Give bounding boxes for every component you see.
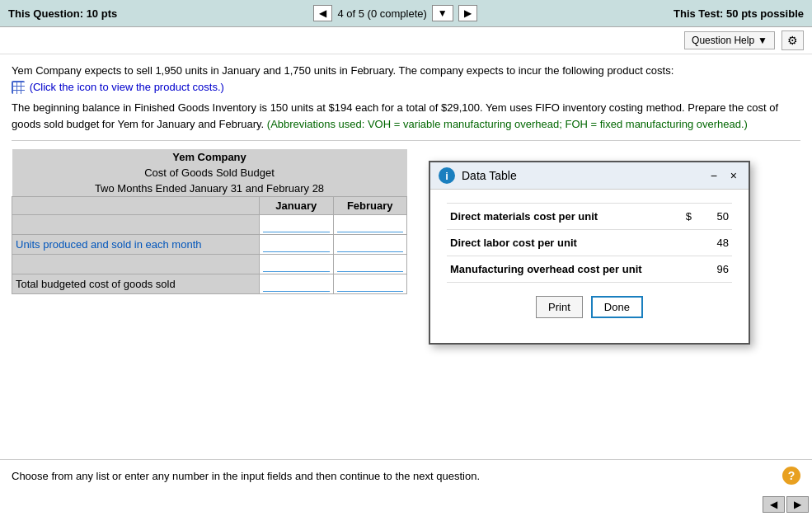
data-row-value-2: 96: [693, 256, 732, 283]
question-help-label: Question Help: [692, 35, 754, 46]
data-row-dollar-1: [680, 230, 693, 256]
budget-table-area: Yem Company Cost of Goods Sold Budget Tw…: [12, 149, 407, 294]
toolbar: Question Help ▼ ⚙: [0, 27, 812, 54]
main-content: Yem Company expects to sell 1,950 units …: [0, 54, 812, 303]
units-feb-cell: [333, 235, 407, 255]
help-icon[interactable]: ?: [782, 467, 800, 485]
col-label-header: [12, 197, 260, 215]
table-row: Units produced and sold in each month: [12, 235, 407, 255]
units-label: Units produced and sold in each month: [12, 235, 260, 255]
row-1-feb-cell: [333, 215, 407, 235]
prev-question-button[interactable]: ◀: [313, 5, 332, 21]
row-1-label: [12, 215, 260, 235]
data-table-modal: i Data Table − × Direct materials cost p…: [429, 161, 750, 345]
modal-body: Direct materials cost per unit $ 50 Dire…: [430, 190, 749, 343]
table-row: [12, 255, 407, 274]
test-pts: 50 pts possible: [726, 7, 804, 20]
chevron-down-icon: ▼: [758, 35, 767, 46]
done-button[interactable]: Done: [591, 296, 643, 318]
close-button[interactable]: ×: [727, 170, 740, 181]
test-label: This Test:: [674, 7, 723, 20]
info-icon: i: [439, 167, 455, 184]
click-icon-link[interactable]: (Click the icon to view the product cost…: [30, 81, 224, 93]
intro-paragraph-1: Yem Company expects to sell 1,950 units …: [12, 63, 800, 95]
row-1-jan-cell: [260, 215, 334, 235]
row-1-feb-input[interactable]: [337, 217, 404, 232]
data-row-value-0: 50: [693, 204, 732, 230]
footer-text: Choose from any list or enter any number…: [12, 470, 480, 482]
question-help-button[interactable]: Question Help ▼: [684, 31, 775, 49]
modal-header-left: i Data Table: [439, 167, 517, 184]
table-row: Direct materials cost per unit $ 50: [447, 204, 732, 230]
footer: Choose from any list or enter any number…: [0, 459, 812, 491]
budget-period: Two Months Ended January 31 and February…: [12, 181, 407, 197]
data-row-label-0: Direct materials cost per unit: [447, 204, 680, 230]
table-row: Direct labor cost per unit 48: [447, 230, 732, 256]
modal-footer: Print Done: [447, 296, 732, 330]
intro-paragraph-2: The beginning balance in Finished Goods …: [12, 100, 800, 132]
data-row-value-1: 48: [693, 230, 732, 256]
data-values-table: Direct materials cost per unit $ 50 Dire…: [447, 203, 732, 283]
nav-dropdown-button[interactable]: ▼: [432, 5, 453, 21]
content-split: Yem Company Cost of Goods Sold Budget Tw…: [12, 149, 800, 294]
modal-controls: − ×: [707, 170, 740, 181]
abbreviations-text: (Abbreviations used: VOH = variable manu…: [267, 118, 748, 130]
row-3-feb-input[interactable]: [337, 256, 404, 272]
test-pts-label: This Test: 50 pts possible: [674, 7, 804, 20]
nav-progress: 4 of 5 (0 complete): [337, 7, 426, 20]
section-divider: [12, 140, 800, 141]
data-row-label-2: Manufacturing overhead cost per unit: [447, 256, 680, 283]
units-jan-cell: [260, 235, 334, 255]
header-bar: This Question: 10 pts ◀ 4 of 5 (0 comple…: [0, 0, 812, 27]
next-question-button[interactable]: ▶: [458, 5, 477, 21]
row-3-jan-input[interactable]: [263, 256, 330, 272]
question-pts: 10 pts: [87, 7, 118, 20]
budget-table: Yem Company Cost of Goods Sold Budget Tw…: [12, 149, 407, 294]
row-3-label: [12, 255, 260, 274]
row-3-feb-cell: [333, 255, 407, 274]
data-row-dollar-2: [680, 256, 693, 283]
data-row-dollar-0: $: [680, 204, 693, 230]
total-jan-cell: [260, 274, 334, 294]
units-jan-input[interactable]: [263, 237, 330, 252]
bottom-prev-button[interactable]: ◀: [763, 496, 785, 513]
row-1-jan-input[interactable]: [263, 217, 330, 232]
bottom-nav: ◀ ▶: [759, 493, 812, 516]
intro-text-1: Yem Company expects to sell 1,950 units …: [12, 64, 674, 77]
row-3-jan-cell: [260, 255, 334, 274]
table-row: Total budgeted cost of goods sold: [12, 274, 407, 294]
settings-button[interactable]: ⚙: [781, 30, 804, 50]
table-row: Manufacturing overhead cost per unit 96: [447, 256, 732, 283]
modal-header: i Data Table − ×: [430, 162, 749, 190]
col-january-header: January: [260, 197, 334, 215]
modal-title: Data Table: [462, 169, 517, 182]
total-jan-input[interactable]: [263, 276, 330, 292]
table-row: [12, 215, 407, 235]
col-february-header: February: [333, 197, 407, 215]
bottom-next-button[interactable]: ▶: [786, 496, 809, 513]
units-feb-input[interactable]: [337, 237, 404, 252]
grid-icon[interactable]: [12, 81, 25, 94]
data-row-label-1: Direct labor cost per unit: [447, 230, 680, 256]
question-label: This Question:: [8, 7, 83, 20]
total-label: Total budgeted cost of goods sold: [12, 274, 260, 294]
gear-icon: ⚙: [787, 34, 798, 47]
print-button[interactable]: Print: [536, 296, 583, 318]
question-nav: ◀ 4 of 5 (0 complete) ▼ ▶: [313, 5, 476, 21]
question-pts-label: This Question: 10 pts: [8, 7, 117, 20]
total-feb-input[interactable]: [337, 276, 404, 292]
minimize-button[interactable]: −: [707, 170, 720, 181]
budget-title: Cost of Goods Sold Budget: [12, 165, 407, 181]
total-feb-cell: [333, 274, 407, 294]
company-name: Yem Company: [12, 149, 407, 165]
